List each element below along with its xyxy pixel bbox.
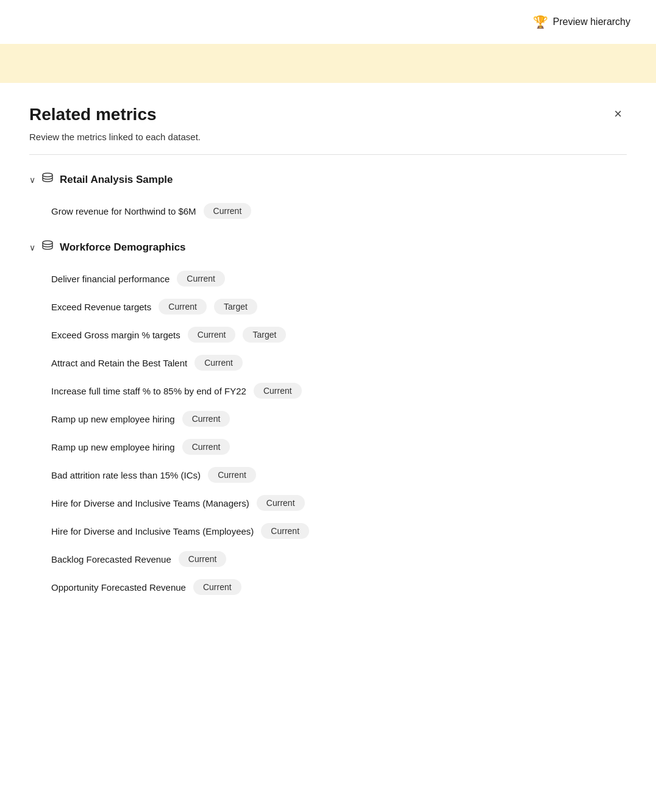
trophy-icon: 🏆: [533, 15, 548, 29]
metric-label: Opportunity Forecasted Revenue: [51, 582, 186, 593]
metric-row: Bad attrition rate less than 15% (ICs)Cu…: [29, 461, 627, 489]
badge-target[interactable]: Target: [214, 299, 257, 315]
dataset-header-retail-analysis[interactable]: ∨ Retail Analysis Sample: [29, 172, 627, 187]
datasets-container: ∨ Retail Analysis SampleGrow revenue for…: [29, 172, 627, 601]
svg-point-1: [43, 241, 52, 244]
metric-label: Ramp up new employee hiring: [51, 442, 175, 452]
badge-current[interactable]: Current: [193, 579, 241, 595]
preview-hierarchy-button[interactable]: 🏆 Preview hierarchy: [527, 11, 636, 33]
metric-label: Attract and Retain the Best Talent: [51, 358, 187, 368]
metric-row: Hire for Diverse and Inclusive Teams (Ma…: [29, 489, 627, 517]
metric-row: Ramp up new employee hiringCurrent: [29, 433, 627, 461]
top-bar: 🏆 Preview hierarchy: [0, 0, 656, 44]
metric-row: Hire for Diverse and Inclusive Teams (Em…: [29, 517, 627, 545]
badge-current[interactable]: Current: [179, 551, 227, 567]
metric-label: Hire for Diverse and Inclusive Teams (Ma…: [51, 498, 249, 508]
metric-row: Grow revenue for Northwind to $6MCurrent: [29, 197, 627, 225]
metric-row: Attract and Retain the Best TalentCurren…: [29, 349, 627, 377]
badge-current[interactable]: Current: [177, 271, 225, 287]
badge-current[interactable]: Current: [208, 467, 256, 483]
badge-target[interactable]: Target: [243, 327, 286, 343]
metric-label: Exceed Revenue targets: [51, 302, 151, 312]
metric-label: Exceed Gross margin % targets: [51, 330, 180, 340]
badge-current[interactable]: Current: [188, 327, 236, 343]
badge-current[interactable]: Current: [261, 523, 309, 539]
database-icon: [41, 172, 54, 187]
metric-row: Exceed Revenue targetsCurrentTarget: [29, 293, 627, 321]
metric-label: Grow revenue for Northwind to $6M: [51, 206, 196, 216]
metric-row: Increase full time staff % to 85% by end…: [29, 377, 627, 405]
metric-row: Ramp up new employee hiringCurrent: [29, 405, 627, 433]
badge-current[interactable]: Current: [254, 383, 302, 399]
metric-row: Deliver financial performanceCurrent: [29, 265, 627, 293]
metric-label: Deliver financial performance: [51, 274, 169, 284]
badge-current[interactable]: Current: [159, 299, 207, 315]
preview-hierarchy-label: Preview hierarchy: [553, 16, 630, 27]
badge-current[interactable]: Current: [257, 495, 305, 511]
metric-label: Ramp up new employee hiring: [51, 414, 175, 424]
metric-label: Bad attrition rate less than 15% (ICs): [51, 470, 201, 480]
panel: Related metrics × Review the metrics lin…: [0, 83, 656, 601]
chevron-down-icon: ∨: [29, 243, 35, 252]
metric-row: Exceed Gross margin % targetsCurrentTarg…: [29, 321, 627, 349]
dataset-name: Workforce Demographics: [60, 241, 186, 254]
close-button[interactable]: ×: [609, 105, 627, 123]
metric-label: Backlog Forecasted Revenue: [51, 554, 171, 564]
database-icon: [41, 240, 54, 255]
dataset-section-workforce-demographics: ∨ Workforce DemographicsDeliver financia…: [29, 240, 627, 601]
chevron-down-icon: ∨: [29, 175, 35, 185]
badge-current[interactable]: Current: [204, 203, 252, 219]
metric-label: Hire for Diverse and Inclusive Teams (Em…: [51, 526, 254, 536]
metric-label: Increase full time staff % to 85% by end…: [51, 386, 246, 396]
badge-current[interactable]: Current: [182, 411, 230, 427]
metric-row: Opportunity Forecasted RevenueCurrent: [29, 573, 627, 601]
panel-header: Related metrics ×: [29, 83, 627, 132]
badge-current[interactable]: Current: [194, 355, 243, 371]
badge-current[interactable]: Current: [182, 439, 230, 455]
dataset-section-retail-analysis: ∨ Retail Analysis SampleGrow revenue for…: [29, 172, 627, 225]
panel-title: Related metrics: [29, 105, 157, 124]
svg-point-0: [43, 173, 52, 177]
dataset-name: Retail Analysis Sample: [60, 174, 173, 186]
panel-subtitle: Review the metrics linked to each datase…: [29, 132, 627, 154]
divider: [29, 154, 627, 155]
dataset-header-workforce-demographics[interactable]: ∨ Workforce Demographics: [29, 240, 627, 255]
metric-row: Backlog Forecasted RevenueCurrent: [29, 545, 627, 573]
